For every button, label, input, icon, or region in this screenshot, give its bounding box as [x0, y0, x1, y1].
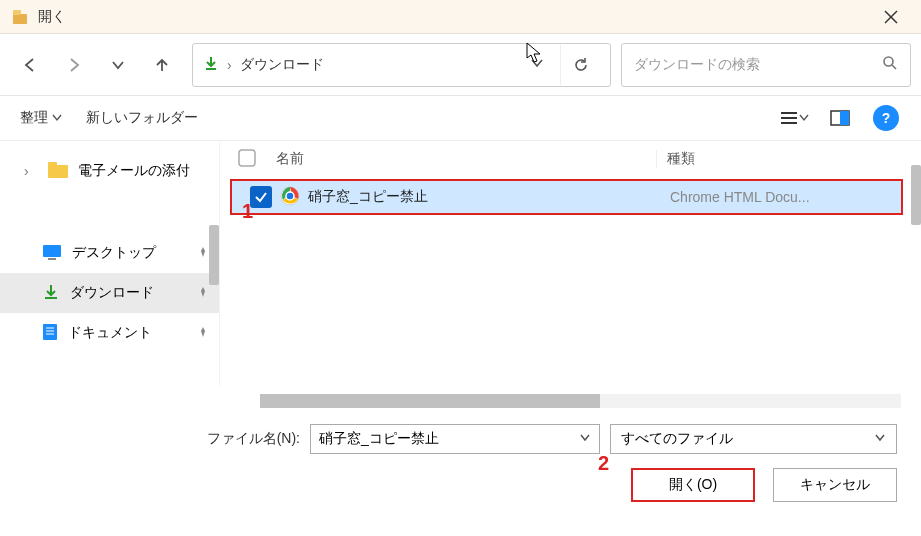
organize-label: 整理	[20, 109, 48, 127]
path-dropdown-icon[interactable]	[522, 56, 552, 73]
document-icon	[42, 323, 58, 344]
chrome-icon	[280, 186, 300, 209]
titlebar: 開く	[0, 0, 921, 34]
path-text: ダウンロード	[240, 56, 324, 74]
svg-line-6	[892, 65, 896, 69]
open-button[interactable]: 開く(O)	[631, 468, 755, 502]
tree-item-desktop[interactable]: デスクトップ	[0, 233, 219, 273]
tree-item-documents[interactable]: ドキュメント	[0, 313, 219, 353]
file-list: 名前 種類 硝子窓_コピー禁止 Chrome HTML Docu...	[220, 141, 921, 386]
back-button[interactable]	[10, 45, 50, 85]
window-title: 開く	[38, 8, 871, 26]
filename-input[interactable]: 硝子窓_コピー禁止	[310, 424, 600, 454]
search-box[interactable]: ダウンロードの検索	[621, 43, 911, 87]
tree-item-label: デスクトップ	[72, 244, 156, 262]
new-folder-label: 新しいフォルダー	[86, 109, 198, 127]
pin-icon	[197, 285, 209, 301]
svg-rect-17	[43, 324, 57, 340]
path-box[interactable]: › ダウンロード	[192, 43, 611, 87]
file-type: Chrome HTML Docu...	[670, 189, 901, 205]
download-icon	[203, 55, 219, 74]
desktop-icon	[42, 244, 62, 263]
up-button[interactable]	[142, 45, 182, 85]
cancel-button[interactable]: キャンセル	[773, 468, 897, 502]
folder-tree: › 電子メールの添付 デスクトップ ダウンロード	[0, 141, 220, 386]
column-type[interactable]: 種類	[656, 150, 921, 168]
annotation-2: 2	[598, 452, 609, 475]
search-icon	[882, 55, 898, 74]
organize-menu[interactable]: 整理	[20, 109, 62, 127]
svg-rect-15	[48, 258, 56, 260]
filelist-scrollbar[interactable]	[911, 165, 921, 225]
select-all-checkbox[interactable]	[238, 149, 268, 170]
help-icon: ?	[873, 105, 899, 131]
help-button[interactable]: ?	[871, 103, 901, 133]
file-name: 硝子窓_コピー禁止	[308, 188, 670, 206]
column-name[interactable]: 名前	[268, 150, 656, 168]
tree-scrollbar[interactable]	[209, 225, 219, 285]
filetype-combo[interactable]: すべてのファイル	[610, 424, 897, 454]
close-icon[interactable]	[871, 0, 911, 34]
footer: ファイル名(N): 硝子窓_コピー禁止 すべてのファイル 開く(O) キャンセル	[0, 408, 921, 514]
chevron-down-icon	[874, 431, 886, 447]
svg-point-5	[884, 57, 893, 66]
view-menu[interactable]	[779, 103, 809, 133]
navbar: › ダウンロード ダウンロードの検索	[0, 34, 921, 96]
svg-rect-1	[13, 10, 21, 15]
tree-item-label: ドキュメント	[68, 324, 152, 342]
main-area: › 電子メールの添付 デスクトップ ダウンロード	[0, 140, 921, 386]
svg-rect-13	[48, 162, 57, 167]
refresh-button[interactable]	[560, 45, 600, 85]
svg-rect-11	[840, 111, 849, 125]
folder-icon	[48, 162, 68, 181]
file-checkbox[interactable]	[250, 186, 272, 208]
svg-point-24	[286, 192, 294, 200]
svg-rect-21	[239, 150, 255, 166]
chevron-right-icon: ›	[24, 163, 38, 179]
annotation-1: 1	[242, 200, 253, 223]
recent-dropdown[interactable]	[98, 45, 138, 85]
tree-item-label: 電子メールの添付	[78, 162, 190, 180]
file-row-selected[interactable]: 硝子窓_コピー禁止 Chrome HTML Docu...	[230, 179, 903, 215]
scrollbar-thumb[interactable]	[260, 394, 600, 408]
tree-item-email[interactable]: › 電子メールの添付	[0, 151, 219, 191]
chevron-down-icon[interactable]	[579, 431, 591, 447]
column-headers: 名前 種類	[220, 141, 921, 177]
preview-pane-button[interactable]	[825, 103, 855, 133]
forward-button[interactable]	[54, 45, 94, 85]
app-icon	[10, 7, 30, 27]
chevron-down-icon	[52, 113, 62, 123]
toolbar: 整理 新しいフォルダー ?	[0, 96, 921, 140]
tree-item-downloads[interactable]: ダウンロード	[0, 273, 219, 313]
filename-value: 硝子窓_コピー禁止	[319, 430, 439, 448]
svg-rect-0	[13, 14, 27, 24]
svg-rect-14	[43, 245, 61, 257]
pin-icon	[197, 245, 209, 261]
tree-item-label: ダウンロード	[70, 284, 154, 302]
filetype-value: すべてのファイル	[621, 430, 733, 448]
filename-label: ファイル名(N):	[0, 430, 300, 448]
new-folder-button[interactable]: 新しいフォルダー	[86, 109, 198, 127]
path-separator-icon: ›	[227, 57, 232, 73]
open-label: 開く(O)	[669, 476, 717, 494]
cancel-label: キャンセル	[800, 476, 870, 494]
pin-icon	[197, 325, 209, 341]
search-placeholder: ダウンロードの検索	[634, 56, 874, 74]
horizontal-scrollbar[interactable]	[260, 394, 901, 408]
download-icon	[42, 283, 60, 304]
chevron-down-icon	[799, 113, 809, 123]
